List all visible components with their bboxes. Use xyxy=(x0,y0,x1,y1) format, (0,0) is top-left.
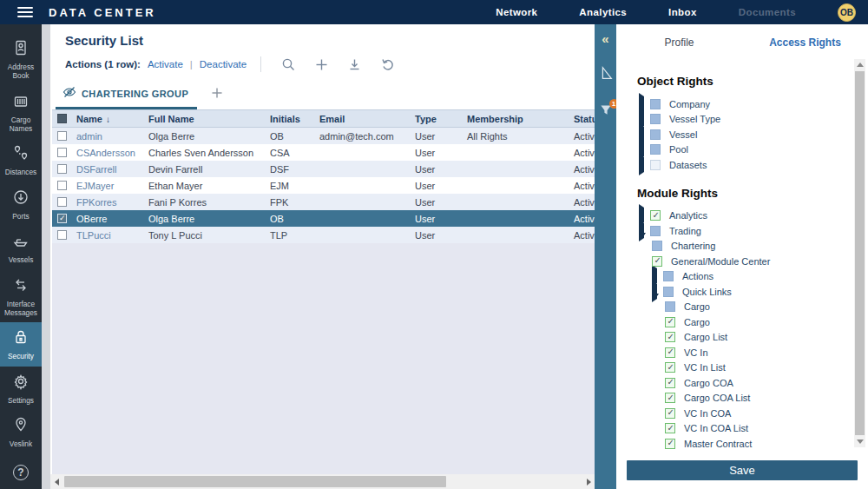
save-button[interactable]: Save xyxy=(627,460,858,480)
download-icon[interactable] xyxy=(341,57,367,72)
collapse-panel-icon[interactable]: « xyxy=(602,31,608,46)
set-square-icon[interactable] xyxy=(598,65,614,84)
row-checkbox[interactable] xyxy=(57,230,67,240)
scroll-track[interactable] xyxy=(62,476,582,487)
user-name-cell[interactable]: OBerre xyxy=(74,214,146,224)
search-icon[interactable] xyxy=(275,57,301,72)
column-header-initials[interactable]: Initials xyxy=(267,114,317,124)
checkbox-checked[interactable] xyxy=(665,347,675,358)
checkbox-partial[interactable] xyxy=(665,301,675,312)
user-name-link[interactable]: DSFarrell xyxy=(76,164,116,175)
tree-collapse-icon[interactable] xyxy=(639,238,646,254)
scroll-right-icon[interactable] xyxy=(582,479,595,486)
checkbox-partial[interactable] xyxy=(650,226,661,236)
table-row[interactable]: TLPucciTony L PucciTLPUserActive xyxy=(52,227,595,243)
sidebar-item-ports[interactable]: Ports xyxy=(0,182,42,226)
user-name-link[interactable]: EJMayer xyxy=(76,181,114,191)
cell-text: OB xyxy=(270,214,284,224)
topnav-item-analytics[interactable]: Analytics xyxy=(579,7,627,17)
column-header-type[interactable]: Type xyxy=(412,114,464,124)
checkbox-checked[interactable] xyxy=(665,408,675,419)
column-header-email[interactable]: Email xyxy=(317,114,412,124)
column-header-full-name[interactable]: Full Name xyxy=(146,114,267,124)
scroll-left-icon[interactable] xyxy=(50,479,62,486)
scroll-thumb[interactable] xyxy=(855,71,865,435)
add-icon[interactable] xyxy=(308,57,334,72)
topnav-item-network[interactable]: Network xyxy=(496,7,537,17)
sidebar-item-security[interactable]: Security xyxy=(0,322,42,366)
panel-tab-profile[interactable]: Profile xyxy=(616,36,742,49)
user-name-cell[interactable]: admin xyxy=(74,131,146,142)
scroll-up-icon[interactable] xyxy=(854,59,865,70)
user-name-cell[interactable]: FPKorres xyxy=(74,197,146,208)
column-header-status[interactable]: Status xyxy=(571,114,595,124)
tree-collapse-icon[interactable] xyxy=(652,299,659,314)
checkbox-partial[interactable] xyxy=(650,129,661,140)
sidebar-item-settings[interactable]: Settings xyxy=(0,367,42,410)
sidebar-item-distances[interactable]: Distances xyxy=(0,138,42,182)
user-name-link[interactable]: OBerre xyxy=(76,214,107,224)
row-checkbox[interactable] xyxy=(57,131,67,141)
table-row[interactable]: DSFarrellDevin FarrellDSFUserActive xyxy=(52,161,595,177)
scroll-down-icon[interactable] xyxy=(854,436,865,447)
checkbox-checked[interactable] xyxy=(665,378,675,388)
user-name-link[interactable]: FPKorres xyxy=(76,197,116,208)
select-all-checkbox[interactable] xyxy=(57,114,67,123)
checkbox-partial[interactable] xyxy=(652,241,662,251)
user-name-link[interactable]: TLPucci xyxy=(76,230,111,241)
menu-icon[interactable] xyxy=(17,4,33,20)
user-name-link[interactable]: CSAndersson xyxy=(76,148,135,158)
sidebar-item-veslink[interactable]: Veslink xyxy=(0,410,42,453)
column-header-name[interactable]: Name↓ xyxy=(74,114,146,124)
topnav-item-inbox[interactable]: Inbox xyxy=(668,7,697,17)
tree-expand-icon[interactable] xyxy=(639,157,644,173)
table-row[interactable]: EJMayerEthan MayerEJMUserActive xyxy=(52,177,595,194)
row-checkbox[interactable] xyxy=(57,181,67,190)
sidebar-item-vessels[interactable]: Vessels xyxy=(0,226,42,269)
checkbox-partial[interactable] xyxy=(663,287,674,297)
user-name-cell[interactable]: DSFarrell xyxy=(74,164,146,175)
table-row[interactable]: adminOlga BerreOBadmin@tech.comUserAll R… xyxy=(52,128,595,144)
vertical-scrollbar[interactable] xyxy=(854,59,865,447)
checkbox-partial[interactable] xyxy=(650,99,661,109)
sidebar-item-interface-messages[interactable]: Interface Messages xyxy=(0,270,42,323)
sidebar-item-address-book[interactable]: Address Book xyxy=(0,33,42,86)
table-row[interactable]: FPKorresFani P KorresFPKUserActive xyxy=(52,194,595,210)
row-checkbox[interactable] xyxy=(57,197,67,207)
table-row[interactable]: CSAnderssonCharles Sven AnderssonCSAUser… xyxy=(52,144,595,161)
row-checkbox[interactable] xyxy=(57,164,67,174)
activate-link[interactable]: Activate xyxy=(148,59,183,69)
user-name-cell[interactable]: CSAndersson xyxy=(74,148,146,158)
add-tab-icon[interactable] xyxy=(211,87,223,109)
tab-chartering-group[interactable]: CHARTERING GROUP xyxy=(56,83,197,109)
checkbox-checked[interactable] xyxy=(665,362,675,373)
row-checkbox[interactable] xyxy=(57,148,67,157)
checkbox-checked[interactable] xyxy=(665,317,675,327)
sidebar-item-cargo-names[interactable]: Cargo Names xyxy=(0,86,42,139)
checkbox-partial[interactable] xyxy=(663,271,674,281)
table-row[interactable]: OBerreOlga BerreOBUserActive xyxy=(52,210,595,227)
avatar[interactable]: OB xyxy=(838,3,856,22)
checkbox-checked[interactable] xyxy=(665,332,675,342)
panel-tab-access-rights[interactable]: Access Rights xyxy=(742,36,868,49)
topnav-item-documents[interactable]: Documents xyxy=(739,7,796,17)
checkbox-checked[interactable] xyxy=(652,256,662,267)
undo-icon[interactable] xyxy=(374,57,400,72)
user-name-link[interactable]: admin xyxy=(76,131,102,142)
user-name-cell[interactable]: TLPucci xyxy=(74,230,146,241)
filter-icon[interactable]: 1 xyxy=(599,103,613,121)
horizontal-scrollbar[interactable] xyxy=(50,474,595,489)
checkbox-partial[interactable] xyxy=(650,114,661,124)
help-icon[interactable]: ? xyxy=(13,465,29,480)
scroll-thumb[interactable] xyxy=(64,476,446,487)
checkbox-checked[interactable] xyxy=(665,393,675,403)
checkbox-checked[interactable] xyxy=(665,423,675,433)
checkbox-checked[interactable] xyxy=(650,210,661,221)
deactivate-link[interactable]: Deactivate xyxy=(200,59,247,69)
checkbox-empty[interactable] xyxy=(650,160,661,170)
checkbox-partial[interactable] xyxy=(650,144,661,155)
checkbox-checked[interactable] xyxy=(665,439,675,449)
column-header-membership[interactable]: Membership xyxy=(464,114,571,124)
user-name-cell[interactable]: EJMayer xyxy=(74,181,146,191)
row-checkbox[interactable] xyxy=(57,214,67,223)
